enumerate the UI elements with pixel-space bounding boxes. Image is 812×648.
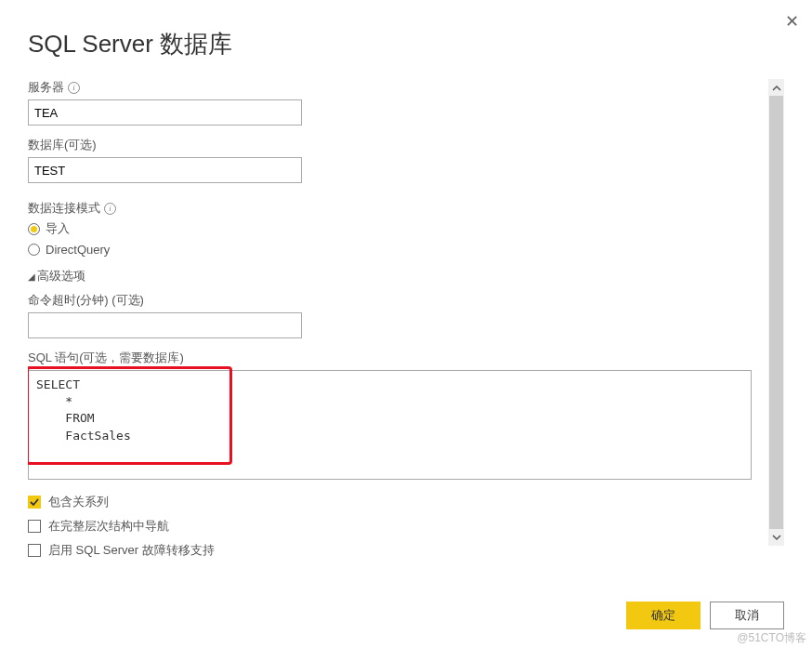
checkbox-label: 包含关系列 <box>48 494 109 510</box>
watermark: @51CTO博客 <box>737 630 806 646</box>
chevron-down-icon: ◢ <box>28 271 35 282</box>
sql-label: SQL 语句(可选，需要数据库) <box>28 350 184 366</box>
scrollbar[interactable] <box>768 79 784 546</box>
server-input[interactable] <box>28 99 302 126</box>
checkbox-failover[interactable] <box>28 544 41 557</box>
checkbox-include-relationships[interactable] <box>28 496 41 509</box>
timeout-label: 命令超时(分钟) (可选) <box>28 292 144 309</box>
checkbox-label: 在完整层次结构中导航 <box>48 518 169 535</box>
info-icon[interactable]: i <box>68 82 80 94</box>
radio-import[interactable] <box>28 223 40 235</box>
close-icon[interactable]: ✕ <box>785 11 799 32</box>
scrollbar-thumb[interactable] <box>769 96 783 529</box>
checkbox-label: 启用 SQL Server 故障转移支持 <box>48 542 215 559</box>
checkbox-navigate-hierarchy[interactable] <box>28 520 41 533</box>
dialog-content: 服务器 i 数据库(可选) 数据连接模式 i <box>28 79 768 585</box>
advanced-label: 高级选项 <box>37 268 85 284</box>
sql-textarea[interactable] <box>28 370 752 480</box>
timeout-input[interactable] <box>28 312 302 338</box>
radio-directquery-label: DirectQuery <box>46 243 110 257</box>
server-label: 服务器 <box>28 79 64 96</box>
connectivity-label: 数据连接模式 <box>28 200 100 217</box>
info-icon[interactable]: i <box>104 203 116 215</box>
radio-directquery[interactable] <box>28 244 40 256</box>
advanced-expander[interactable]: ◢ 高级选项 <box>28 268 752 284</box>
radio-import-label: 导入 <box>46 220 70 237</box>
ok-button[interactable]: 确定 <box>626 602 701 629</box>
cancel-button[interactable]: 取消 <box>710 602 784 629</box>
dialog-title: SQL Server 数据库 <box>28 28 784 60</box>
scroll-down-icon[interactable] <box>769 530 783 544</box>
scroll-up-icon[interactable] <box>769 81 783 95</box>
database-label: 数据库(可选) <box>28 137 97 153</box>
database-input[interactable] <box>28 157 302 183</box>
